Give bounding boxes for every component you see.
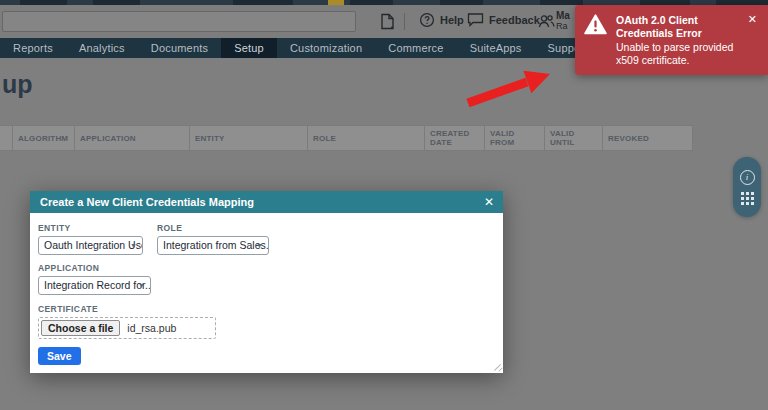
help-button[interactable]: Help: [419, 12, 464, 28]
toast-close-icon[interactable]: ✕: [748, 14, 757, 25]
toast-message: Unable to parse provided x509 certificat…: [616, 41, 738, 67]
application-label: APPLICATION: [38, 263, 493, 273]
chevron-down-icon: ▼: [256, 237, 263, 255]
certificate-label: CERTIFICATE: [38, 304, 493, 314]
credentials-table-header: ALGORITHM APPLICATION ENTITY ROLE CREATE…: [0, 125, 693, 151]
warning-icon: [584, 14, 607, 39]
modal-title: Create a New Client Credentials Mapping: [30, 196, 254, 208]
certificate-file-input[interactable]: Choose a file id_rsa.pub: [38, 317, 216, 339]
entity-select-value: Oauth Integration User: [44, 239, 143, 251]
user-role: Ra: [556, 21, 570, 32]
entity-select[interactable]: Oauth Integration User ▼: [38, 236, 143, 255]
column-header-valid-until[interactable]: VALID UNTIL: [545, 126, 603, 150]
new-document-icon[interactable]: [380, 13, 395, 30]
toast-title: OAuth 2.0 Client Credentials Error: [616, 14, 738, 40]
role-field: ROLE Integration from Sales... ▼: [157, 223, 269, 255]
application-select[interactable]: Integration Record for... ▼: [38, 276, 151, 295]
page-title: up: [2, 70, 33, 99]
header-divider: [404, 13, 405, 30]
info-icon[interactable]: i: [740, 170, 755, 185]
global-search-input[interactable]: [2, 11, 356, 32]
column-header-role[interactable]: ROLE: [308, 126, 425, 150]
column-header-valid-from[interactable]: VALID FROM: [485, 126, 545, 150]
application-select-value: Integration Record for...: [44, 279, 151, 291]
table-select-column-header: [0, 126, 13, 150]
nav-tab-customization[interactable]: Customization: [277, 38, 375, 58]
choose-file-button[interactable]: Choose a file: [41, 320, 120, 336]
column-header-application[interactable]: APPLICATION: [75, 126, 190, 150]
chevron-down-icon: ▼: [138, 277, 145, 295]
user-role-block[interactable]: Ma Ra: [556, 10, 570, 32]
help-side-widget[interactable]: i: [733, 157, 761, 217]
feedback-label: Feedback: [489, 14, 540, 26]
nav-tab-reports[interactable]: Reports: [0, 38, 66, 58]
create-mapping-modal: Create a New Client Credentials Mapping …: [30, 191, 503, 373]
column-header-created-date[interactable]: CREATED DATE: [425, 126, 485, 150]
certificate-field: CERTIFICATE Choose a file id_rsa.pub: [38, 304, 493, 339]
help-label: Help: [440, 14, 464, 26]
application-field: APPLICATION Integration Record for... ▼: [38, 263, 493, 295]
role-select-value: Integration from Sales...: [163, 239, 269, 251]
entity-label: ENTITY: [38, 223, 143, 233]
feedback-icon: [467, 12, 484, 27]
nav-tab-analytics[interactable]: Analytics: [66, 38, 138, 58]
column-header-revoked[interactable]: REVOKED: [603, 126, 693, 150]
annotation-arrow: [455, 60, 565, 115]
save-button[interactable]: Save: [38, 347, 81, 365]
nav-tab-documents[interactable]: Documents: [138, 38, 221, 58]
modal-body: ENTITY Oauth Integration User ▼ ROLE Int…: [30, 213, 503, 373]
certificate-filename: id_rsa.pub: [127, 322, 176, 334]
user-name: Ma: [556, 10, 570, 21]
netsuite-app: Help Feedback Ma Ra Reports Analytics Do…: [0, 0, 768, 410]
nav-tab-commerce[interactable]: Commerce: [375, 38, 456, 58]
modal-header[interactable]: Create a New Client Credentials Mapping …: [30, 191, 503, 213]
column-header-algorithm[interactable]: ALGORITHM: [13, 126, 75, 150]
entity-field: ENTITY Oauth Integration User ▼: [38, 223, 143, 255]
chevron-down-icon: ▼: [130, 237, 137, 255]
apps-grid-icon[interactable]: [741, 192, 754, 205]
feedback-button[interactable]: Feedback: [467, 12, 540, 27]
error-toast: OAuth 2.0 Client Credentials Error Unabl…: [575, 5, 768, 75]
nav-tab-suiteapps[interactable]: SuiteApps: [457, 38, 535, 58]
modal-resize-handle[interactable]: [493, 363, 501, 371]
roles-people-icon[interactable]: [538, 14, 555, 29]
modal-close-icon[interactable]: ✕: [484, 195, 494, 209]
role-label: ROLE: [157, 223, 269, 233]
role-select[interactable]: Integration from Sales... ▼: [157, 236, 269, 255]
nav-tab-setup[interactable]: Setup: [221, 38, 277, 58]
help-icon: [419, 12, 435, 28]
column-header-entity[interactable]: ENTITY: [190, 126, 308, 150]
